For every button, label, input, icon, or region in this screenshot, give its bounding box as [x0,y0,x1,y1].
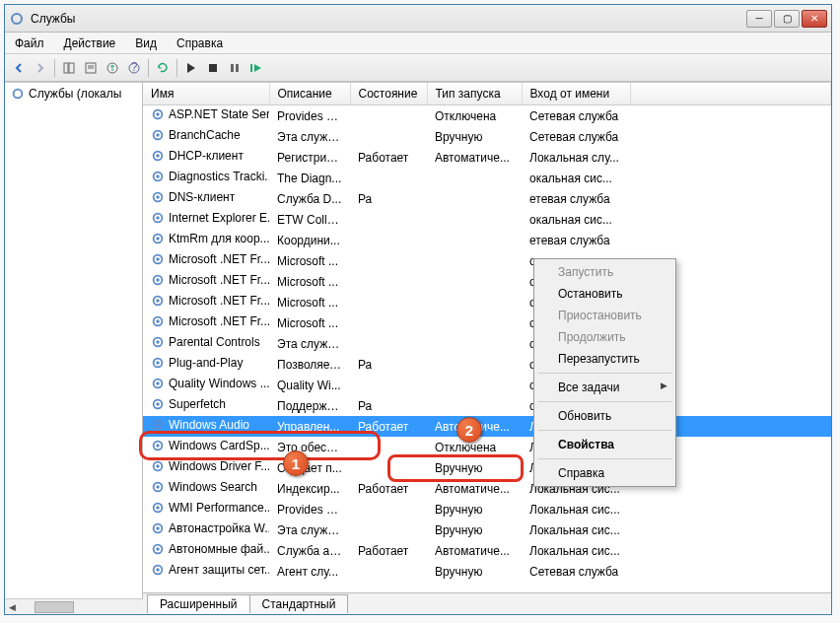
service-state [350,126,427,147]
left-scrollbar[interactable]: ◀ [5,598,143,614]
ctx-properties[interactable]: Свойства [536,434,673,455]
toolbar-sep-3 [176,59,177,77]
service-startup: Вручную [427,457,522,478]
menu-action[interactable]: Действие [54,34,126,53]
service-row[interactable]: Plug-and-PlayПозволяет...Раокальная сис.… [143,354,831,375]
svg-point-0 [12,14,22,24]
service-row[interactable]: Windows CardSp...Это обесп...ОтключенаЛо… [143,437,831,457]
ctx-resume[interactable]: Продолжить [536,326,673,348]
show-hide-button[interactable] [59,58,79,78]
start-service-button[interactable] [181,58,201,78]
refresh-button[interactable] [153,58,173,78]
service-logon: Локальная сис... [522,499,630,519]
ctx-pause[interactable]: Приостановить [536,305,673,326]
service-name: BranchCache [169,128,241,142]
service-row[interactable]: Windows SearchИндексир...РаботаетАвтомат… [143,478,831,499]
service-row[interactable]: Автономные фай...Служба ав...РаботаетАвт… [143,540,831,561]
service-name: Internet Explorer E... [169,211,269,225]
service-name: DNS-клиент [169,190,235,204]
service-desc: Microsoft ... [269,312,350,333]
service-startup [427,292,522,312]
service-name: Diagnostics Tracki... [169,170,269,183]
svg-point-33 [156,278,160,282]
stop-service-button[interactable] [203,58,223,78]
service-row[interactable]: Microsoft .NET Fr...Microsoft ...окальна… [143,271,831,292]
service-logon: Сетевая служба [522,561,630,582]
service-name: Plug-and-Play [169,356,243,370]
tree-label: Службы (локалы [29,87,121,101]
forward-button[interactable] [31,58,50,78]
service-name: Microsoft .NET Fr... [169,314,269,328]
menu-help[interactable]: Справка [167,34,233,53]
col-name[interactable]: Имя [143,83,269,105]
export-button[interactable] [103,58,122,78]
col-desc[interactable]: Описание [269,83,350,105]
help-button[interactable]: ? [124,58,144,78]
tab-standard[interactable]: Стандартный [249,594,349,613]
left-tree-panel[interactable]: Службы (локалы [5,83,143,598]
titlebar[interactable]: Службы ─ ▢ ✕ [5,5,831,33]
close-button[interactable]: ✕ [802,10,827,28]
service-name: Superfetch [169,397,226,411]
restart-service-button[interactable] [246,58,266,78]
service-row[interactable]: DHCP-клиентРегистрир...РаботаетАвтоматич… [143,147,831,168]
service-name: Parental Controls [169,335,260,349]
maximize-button[interactable]: ▢ [774,10,800,28]
service-name: KtmRm для коор... [169,232,269,245]
tree-services-local[interactable]: Службы (локалы [5,83,142,104]
service-state [350,292,427,312]
service-row[interactable]: Windows Driver F...Создает п...ВручнуюЛо… [143,457,831,478]
service-row[interactable]: Microsoft .NET Fr...Microsoft ...окальна… [143,292,831,312]
col-logon[interactable]: Вход от имени [522,83,630,105]
service-name: Автономные фай... [169,542,269,556]
service-startup: Вручную [427,126,522,147]
service-row[interactable]: SuperfetchПоддержи...Раокальная сис... [143,395,831,416]
service-row[interactable]: Diagnostics Tracki...The Diagn...окальна… [143,168,831,188]
service-startup [427,375,522,395]
service-name: Windows Driver F... [169,459,269,473]
ctx-restart[interactable]: Перезапустить [536,348,673,370]
menu-file[interactable]: Файл [5,34,54,53]
service-state [350,499,427,519]
col-filler [630,83,831,105]
service-state [350,168,427,188]
service-row[interactable]: KtmRm для коор...Координи...етевая служб… [143,230,831,250]
service-row[interactable]: DNS-клиентСлужба D...Раетевая служба [143,188,831,209]
svg-rect-10 [209,64,217,72]
service-row[interactable]: WMI Performance...Provides p...ВручнуюЛо… [143,499,831,519]
tab-extended[interactable]: Расширенный [147,594,250,613]
svg-point-55 [156,506,160,510]
ctx-start[interactable]: Запустить [536,261,673,283]
service-row[interactable]: Parental ControlsЭта служб...окальная сл… [143,333,831,354]
service-row[interactable]: Quality Windows ...Quality Wi...окальная… [143,375,831,395]
service-row[interactable]: Internet Explorer E...ETW Colle...окальн… [143,209,831,230]
pause-service-button[interactable] [225,58,245,78]
svg-point-53 [156,485,160,489]
ctx-all-tasks[interactable]: Все задачи [536,377,673,398]
ctx-stop[interactable]: Остановить [536,283,673,305]
service-row[interactable]: Microsoft .NET Fr...Microsoft ...окальна… [143,312,831,333]
properties-button[interactable] [81,58,101,78]
service-desc: Служба D... [269,188,350,209]
service-row[interactable]: Windows AudioУправлен...РаботаетАвтомати… [143,416,831,437]
service-state [350,209,427,230]
svg-rect-11 [231,64,234,72]
menu-view[interactable]: Вид [125,34,167,53]
ctx-refresh[interactable]: Обновить [536,405,673,427]
service-row[interactable]: BranchCacheЭта служб...ВручнуюСетевая сл… [143,126,831,147]
svg-point-61 [156,568,160,572]
service-state [350,375,427,395]
col-state[interactable]: Состояние [350,83,427,105]
gear-icon [11,87,25,101]
service-startup: Вручную [427,499,522,519]
service-row[interactable]: ASP.NET State Ser...Provides s...Отключе… [143,105,831,127]
col-startup[interactable]: Тип запуска [427,83,522,105]
minimize-button[interactable]: ─ [746,10,772,28]
ctx-help[interactable]: Справка [536,462,673,484]
service-desc: Индексир... [269,478,350,499]
service-row[interactable]: Автонастройка W...Эта служб...ВручнуюЛок… [143,519,831,540]
back-button[interactable] [9,58,29,78]
service-row[interactable]: Агент защиты сет...Агент слу...ВручнуюСе… [143,561,831,582]
service-row[interactable]: Microsoft .NET Fr...Microsoft ...окальна… [143,250,831,271]
services-table-wrap[interactable]: Имя Описание Состояние Тип запуска Вход … [143,83,831,592]
